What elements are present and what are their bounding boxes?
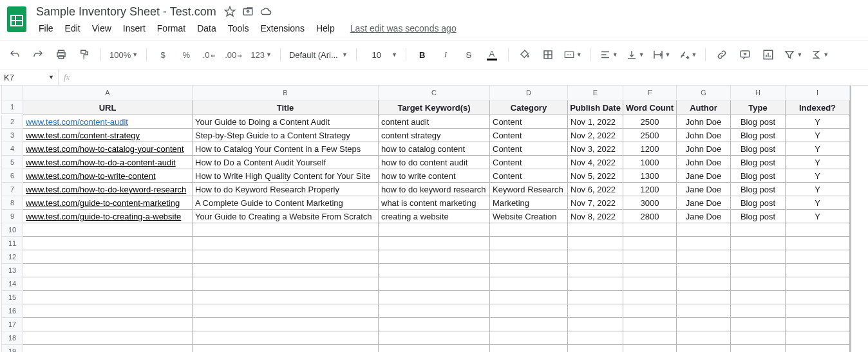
row-header-10[interactable]: 10	[1, 223, 23, 237]
cell-F12[interactable]	[623, 250, 677, 264]
cell-A11[interactable]	[23, 237, 193, 250]
cell-I16[interactable]	[786, 304, 850, 318]
cell-D8[interactable]: Marketing	[490, 196, 568, 210]
redo-button[interactable]	[28, 46, 48, 63]
cell-C11[interactable]	[379, 237, 490, 250]
cell-C10[interactable]	[379, 223, 490, 237]
cell-F9[interactable]: 2800	[623, 210, 677, 223]
cell-H11[interactable]	[731, 237, 786, 250]
cell-G2[interactable]: John Doe	[677, 115, 731, 129]
insert-chart-button[interactable]	[759, 46, 778, 63]
name-box[interactable]: K7 ▼	[0, 69, 59, 85]
cell-F16[interactable]	[623, 304, 677, 318]
cell-H7[interactable]: Blog post	[731, 183, 786, 196]
cell-E18[interactable]	[568, 331, 623, 345]
cell-I1[interactable]: Indexed?	[786, 100, 850, 115]
cell-B4[interactable]: How to Catalog Your Content in a Few Ste…	[193, 142, 379, 156]
cell-C16[interactable]	[379, 304, 490, 318]
cell-F2[interactable]: 2500	[623, 115, 677, 129]
cell-H15[interactable]	[731, 291, 786, 304]
column-header-A[interactable]: A	[23, 86, 193, 100]
cell-H10[interactable]	[731, 223, 786, 237]
cell-D14[interactable]	[490, 277, 568, 291]
cell-D15[interactable]	[490, 291, 568, 304]
cell-E11[interactable]	[568, 237, 623, 250]
row-header-11[interactable]: 11	[1, 237, 23, 250]
cell-H1[interactable]: Type	[731, 100, 786, 115]
cell-A19[interactable]	[23, 345, 193, 352]
cell-A6[interactable]: www.test.com/how-to-write-content	[23, 169, 193, 183]
fill-color-button[interactable]	[515, 46, 534, 63]
paint-format-button[interactable]	[75, 46, 94, 63]
cell-E3[interactable]: Nov 2, 2022	[568, 129, 623, 142]
font-size-select[interactable]: 10▼	[363, 46, 399, 63]
cell-C2[interactable]: content audit	[379, 115, 490, 129]
cell-I13[interactable]	[786, 264, 850, 277]
row-header-18[interactable]: 18	[1, 331, 23, 345]
cell-C15[interactable]	[379, 291, 490, 304]
sheets-logo-icon[interactable]	[5, 4, 28, 35]
cell-A4[interactable]: www.test.com/how-to-catalog-your-content	[23, 142, 193, 156]
cell-H13[interactable]	[731, 264, 786, 277]
row-header-12[interactable]: 12	[1, 250, 23, 264]
row-header-1[interactable]: 1	[1, 100, 23, 114]
text-wrap-button[interactable]: ▼	[650, 46, 673, 63]
row-header-14[interactable]: 14	[1, 277, 23, 291]
column-header-E[interactable]: E	[568, 86, 623, 100]
cell-G4[interactable]: John Doe	[677, 142, 731, 156]
menu-file[interactable]: File	[33, 21, 59, 36]
cell-F18[interactable]	[623, 331, 677, 345]
column-header-H[interactable]: H	[731, 86, 786, 100]
cell-F6[interactable]: 1300	[623, 169, 677, 183]
column-header-G[interactable]: G	[677, 86, 731, 100]
cell-D6[interactable]: Content	[490, 169, 568, 183]
cell-D2[interactable]: Content	[490, 115, 568, 129]
cell-H16[interactable]	[731, 304, 786, 318]
cell-H9[interactable]: Blog post	[731, 210, 786, 223]
cell-E16[interactable]	[568, 304, 623, 318]
row-header-17[interactable]: 17	[1, 318, 23, 331]
cell-C12[interactable]	[379, 250, 490, 264]
cell-D17[interactable]	[490, 318, 568, 331]
number-format-select[interactable]: 123▼	[249, 46, 274, 63]
cell-G12[interactable]	[677, 250, 731, 264]
font-select[interactable]: Default (Ari...▼	[287, 46, 350, 63]
cell-B12[interactable]	[193, 250, 379, 264]
cell-F7[interactable]: 1200	[623, 183, 677, 196]
cell-H12[interactable]	[731, 250, 786, 264]
column-header-I[interactable]: I	[786, 86, 850, 100]
cell-F13[interactable]	[623, 264, 677, 277]
cell-I2[interactable]: Y	[786, 115, 850, 129]
row-header-16[interactable]: 16	[1, 304, 23, 318]
cell-H14[interactable]	[731, 277, 786, 291]
cell-B2[interactable]: Your Guide to Doing a Content Audit	[193, 115, 379, 129]
cell-H6[interactable]: Blog post	[731, 169, 786, 183]
cell-H3[interactable]: Blog post	[731, 129, 786, 142]
last-edit-link[interactable]: Last edit was seconds ago	[350, 23, 457, 33]
cell-I18[interactable]	[786, 331, 850, 345]
cell-G9[interactable]: Jane Doe	[677, 210, 731, 223]
menu-help[interactable]: Help	[311, 21, 340, 36]
cell-E14[interactable]	[568, 277, 623, 291]
cell-D5[interactable]: Content	[490, 156, 568, 169]
strikethrough-button[interactable]: S	[459, 46, 478, 63]
cell-A3[interactable]: www.test.com/content-strategy	[23, 129, 193, 142]
format-percent-button[interactable]: %	[176, 46, 196, 63]
format-currency-button[interactable]: $	[153, 46, 173, 63]
zoom-select[interactable]: 100%▼	[108, 46, 140, 63]
cell-B10[interactable]	[193, 223, 379, 237]
cell-H2[interactable]: Blog post	[731, 115, 786, 129]
cell-E17[interactable]	[568, 318, 623, 331]
cell-C17[interactable]	[379, 318, 490, 331]
cell-D9[interactable]: Website Creation	[490, 210, 568, 223]
cell-C4[interactable]: how to catalog content	[379, 142, 490, 156]
cell-B6[interactable]: How to Write High Quality Content for Yo…	[193, 169, 379, 183]
cell-D10[interactable]	[490, 223, 568, 237]
cell-D1[interactable]: Category	[490, 100, 568, 115]
cell-I12[interactable]	[786, 250, 850, 264]
row-header-4[interactable]: 4	[1, 142, 23, 156]
cell-G11[interactable]	[677, 237, 731, 250]
cell-E9[interactable]: Nov 8, 2022	[568, 210, 623, 223]
cell-A17[interactable]	[23, 318, 193, 331]
cell-D11[interactable]	[490, 237, 568, 250]
